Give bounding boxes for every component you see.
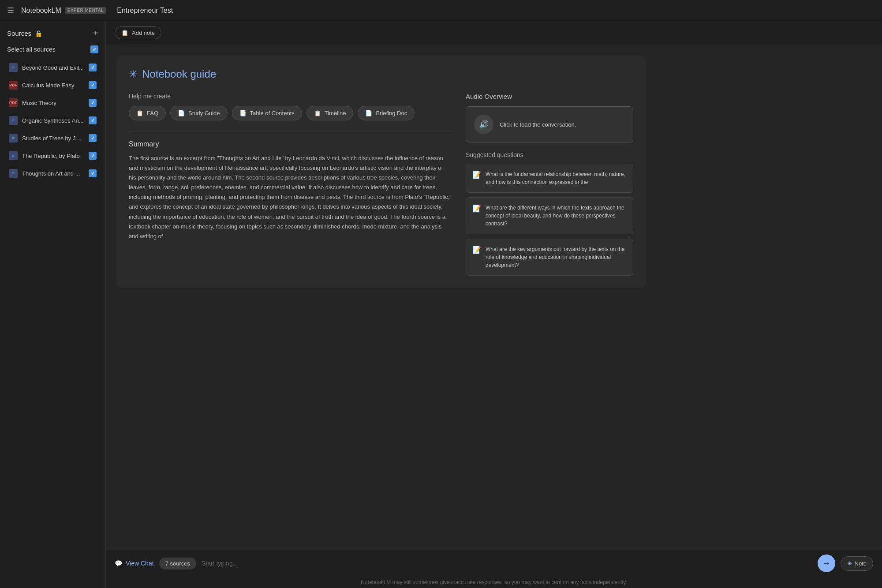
sources-count-badge[interactable]: 7 sources xyxy=(159,558,196,569)
audio-load-text: Click to load the conversation. xyxy=(500,121,576,128)
add-note-icon: 📋 xyxy=(121,30,128,36)
notebook-title: Entrepreneur Test xyxy=(117,7,173,15)
sidebar-item-thoughts[interactable]: ≡ Thoughts on Art and ... xyxy=(2,165,104,182)
q2-text: What are the different ways in which the… xyxy=(486,204,627,228)
beyond-checkbox[interactable] xyxy=(89,64,97,71)
content-scroll: ✳ Notebook guide Help me create 📋 FAQ xyxy=(106,45,882,550)
select-all-checkbox[interactable] xyxy=(90,45,98,53)
calculus-checkbox[interactable] xyxy=(89,81,97,89)
suggested-q-3[interactable]: 📝 What are the key arguments put forward… xyxy=(466,239,633,276)
select-all-label: Select all sources xyxy=(7,46,56,53)
organic-icon: ≡ xyxy=(9,116,18,125)
thoughts-label: Thoughts on Art and ... xyxy=(22,170,80,177)
briefing-label: Briefing Doc xyxy=(376,110,407,116)
sidebar-header: Sources 🔒 + xyxy=(0,21,105,42)
guide-left: Help me create 📋 FAQ 📄 Study Guide xyxy=(129,93,452,276)
study-guide-label: Study Guide xyxy=(188,110,220,116)
sidebar-item-music[interactable]: PDF Music Theory xyxy=(2,94,104,112)
summary-title: Summary xyxy=(129,140,452,148)
sidebar: Sources 🔒 + Select all sources ≡ Beyond … xyxy=(0,21,106,588)
music-label: Music Theory xyxy=(22,100,56,106)
audio-overview-title: Audio Overview xyxy=(466,93,633,100)
add-note-label: Add note xyxy=(132,30,155,36)
music-checkbox[interactable] xyxy=(89,99,97,107)
toc-button[interactable]: 📑 Table of Contents xyxy=(232,106,302,120)
sources-protect-icon: 🔒 xyxy=(35,30,42,37)
content-toolbar: 📋 Add note xyxy=(106,21,882,45)
suggested-q-1[interactable]: 📝 What is the fundamental relationship b… xyxy=(466,164,633,193)
faq-icon: 📋 xyxy=(136,110,143,116)
sidebar-item-republic[interactable]: ≡ The Republic, by Plato xyxy=(2,147,104,165)
calculus-label: Calculus Made Easy xyxy=(22,82,75,89)
faq-label: FAQ xyxy=(147,110,158,116)
view-chat-icon: 💬 xyxy=(115,560,122,567)
q1-text: What is the fundamental relationship bet… xyxy=(486,170,627,186)
studies-label: Studies of Trees by J ... xyxy=(22,135,82,142)
view-chat-button[interactable]: 💬 View Chat xyxy=(115,560,154,567)
note-label: Note xyxy=(855,560,867,567)
add-note-button[interactable]: 📋 Add note xyxy=(115,26,161,39)
audio-speaker-icon: 🔊 xyxy=(474,115,493,134)
bottom-bar: 💬 View Chat 7 sources → ✳ Note xyxy=(106,550,882,577)
help-create-label: Help me create xyxy=(129,93,452,100)
republic-label: The Republic, by Plato xyxy=(22,153,80,159)
q3-text: What are the key arguments put forward b… xyxy=(486,245,627,269)
studies-checkbox[interactable] xyxy=(89,134,97,142)
select-all-row[interactable]: Select all sources xyxy=(0,42,105,59)
thoughts-icon: ≡ xyxy=(9,169,18,178)
q1-icon: 📝 xyxy=(472,171,481,179)
sidebar-item-organic[interactable]: ≡ Organic Syntheses An... xyxy=(2,112,104,129)
beyond-icon: ≡ xyxy=(9,63,18,72)
sources-label-text: Sources xyxy=(7,30,31,37)
faq-button[interactable]: 📋 FAQ xyxy=(129,106,166,120)
organic-checkbox[interactable] xyxy=(89,116,97,124)
timeline-label: Timeline xyxy=(325,110,346,116)
logo-text: NotebookLM xyxy=(21,7,61,15)
notebook-asterisk-icon: ✳ xyxy=(129,68,138,80)
suggested-questions-label: Suggested questions xyxy=(466,151,633,158)
notebook-guide-card: ✳ Notebook guide Help me create 📋 FAQ xyxy=(116,56,646,288)
timeline-button[interactable]: 📋 Timeline xyxy=(306,106,354,120)
hamburger-icon[interactable]: ☰ xyxy=(7,6,14,15)
republic-icon: ≡ xyxy=(9,151,18,160)
main-layout: Sources 🔒 + Select all sources ≡ Beyond … xyxy=(0,21,882,588)
sidebar-item-beyond[interactable]: ≡ Beyond Good and Evil... xyxy=(2,59,104,76)
chat-input[interactable] xyxy=(202,560,812,567)
sidebar-item-calculus[interactable]: PDF Calculus Made Easy xyxy=(2,76,104,94)
guide-columns: Help me create 📋 FAQ 📄 Study Guide xyxy=(129,93,633,276)
experimental-badge: EXPERIMENTAL xyxy=(65,7,107,14)
notebook-guide-title: ✳ Notebook guide xyxy=(129,68,633,80)
send-icon: → xyxy=(822,559,830,568)
toc-label: Table of Contents xyxy=(250,110,295,116)
note-button[interactable]: ✳ Note xyxy=(841,556,873,571)
notebook-guide-heading: Notebook guide xyxy=(142,68,216,80)
add-source-button[interactable]: + xyxy=(93,28,98,38)
note-asterisk-icon: ✳ xyxy=(847,560,852,567)
beyond-label: Beyond Good and Evil... xyxy=(22,64,84,71)
q2-icon: 📝 xyxy=(472,204,481,213)
sources-section-label: Sources 🔒 xyxy=(7,30,42,37)
briefing-button[interactable]: 📄 Briefing Doc xyxy=(358,106,415,120)
music-icon: PDF xyxy=(9,98,18,107)
thoughts-checkbox[interactable] xyxy=(89,169,97,177)
app-logo: NotebookLM EXPERIMENTAL xyxy=(21,7,106,15)
guide-button-grid: 📋 FAQ 📄 Study Guide 📑 Table of Contents xyxy=(129,106,452,120)
study-guide-button[interactable]: 📄 Study Guide xyxy=(170,106,228,120)
suggested-questions-list: 📝 What is the fundamental relationship b… xyxy=(466,164,633,276)
disclaimer-text: NotebookLM may still sometimes give inac… xyxy=(106,577,882,588)
study-guide-icon: 📄 xyxy=(178,110,185,116)
studies-icon: ≡ xyxy=(9,134,18,142)
summary-text: The first source is an excerpt from "Tho… xyxy=(129,154,452,241)
sidebar-item-studies[interactable]: ≡ Studies of Trees by J ... xyxy=(2,129,104,147)
send-button[interactable]: → xyxy=(818,554,835,572)
suggested-q-2[interactable]: 📝 What are the different ways in which t… xyxy=(466,197,633,234)
content-area: 📋 Add note ✳ Notebook guide Help me crea… xyxy=(106,21,882,588)
timeline-icon: 📋 xyxy=(314,110,321,116)
topbar: ☰ NotebookLM EXPERIMENTAL Entrepreneur T… xyxy=(0,0,882,21)
republic-checkbox[interactable] xyxy=(89,152,97,160)
audio-card[interactable]: 🔊 Click to load the conversation. xyxy=(466,106,633,142)
calculus-icon: PDF xyxy=(9,81,18,90)
organic-label: Organic Syntheses An... xyxy=(22,117,83,124)
briefing-icon: 📄 xyxy=(365,110,372,116)
toc-icon: 📑 xyxy=(239,110,247,116)
